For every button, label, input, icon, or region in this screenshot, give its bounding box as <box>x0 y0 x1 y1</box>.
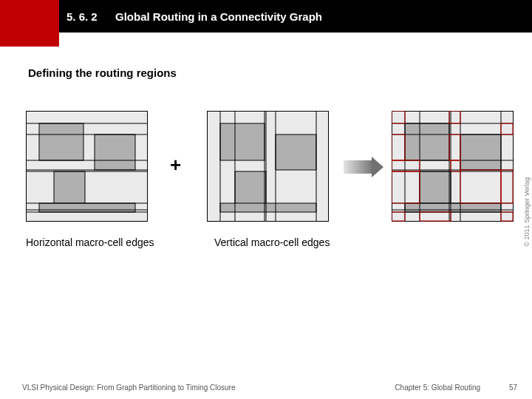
svg-rect-2 <box>95 134 135 170</box>
caption-vertical: Vertical macro-cell edges <box>214 236 330 248</box>
svg-rect-25 <box>405 123 449 160</box>
svg-rect-15 <box>276 134 316 170</box>
page-number: 57 <box>509 383 517 392</box>
diagram-row: + <box>26 111 514 229</box>
svg-rect-4 <box>39 203 135 212</box>
diagram-horizontal <box>26 111 148 222</box>
diagram-combined <box>392 111 514 222</box>
red-accent-block <box>0 0 59 47</box>
footer-left: VLSI Physical Design: From Graph Partiti… <box>22 383 235 392</box>
copyright: © 2011 Springer Verlag <box>523 177 531 247</box>
slide-title: Global Routing in a Connectivity Graph <box>115 10 322 23</box>
caption-horizontal: Horizontal macro-cell edges <box>26 236 154 248</box>
diagram-vertical <box>207 111 329 222</box>
slide: 5. 6. 2 Global Routing in a Connectivity… <box>0 0 532 399</box>
arrow-icon <box>344 157 384 177</box>
svg-rect-14 <box>220 123 265 160</box>
plus-icon: + <box>170 154 181 177</box>
subtitle: Defining the routing regions <box>28 66 177 79</box>
footer-right: Chapter 5: Global Routing <box>395 383 480 392</box>
section-number: 5. 6. 2 <box>66 10 98 23</box>
svg-rect-26 <box>460 134 501 170</box>
svg-rect-1 <box>39 123 83 160</box>
